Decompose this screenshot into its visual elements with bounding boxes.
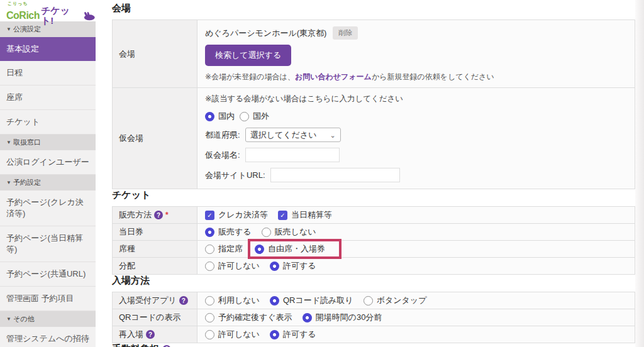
- radio-qr-scan[interactable]: QRコード読み取り: [270, 295, 353, 306]
- radio-sell[interactable]: 販売する: [205, 226, 252, 238]
- radio-label: 許可する: [283, 260, 316, 272]
- main-content: 会場 会場 めぐろパーシモンホール(東京都) 削除 検索して選択する ※会場が未…: [101, 0, 635, 347]
- field-label: 仮会場: [119, 133, 143, 144]
- radio-reentry-not-allow[interactable]: 許可しない: [205, 329, 260, 340]
- radio-no-app[interactable]: 利用しない: [205, 295, 260, 306]
- reentry-label: 再入場 ?: [113, 326, 197, 343]
- checkbox-label: クレカ決済等: [218, 209, 268, 221]
- qr-display-value: 予約確定後すぐ表示 開場時間の30分前: [197, 309, 635, 326]
- temp-venue-name-label: 仮会場名:: [205, 150, 240, 161]
- app-logo[interactable]: こりっち CoRich チケット!: [0, 0, 96, 21]
- radio-on-icon: [205, 112, 214, 121]
- field-label: 分配: [119, 260, 135, 272]
- sidebar-item-invite-admin[interactable]: 管理システムへの招待: [0, 327, 96, 347]
- checkbox-card-payment[interactable]: ✓ クレカ決済等: [205, 209, 268, 221]
- radio-off-icon: [205, 330, 214, 339]
- sidebar-group-label: その他: [13, 314, 35, 324]
- radio-reserved-seat[interactable]: 指定席: [205, 243, 243, 255]
- logo-suffix-text: チケット!: [41, 6, 80, 26]
- radio-on-icon: [270, 330, 279, 339]
- sidebar-item-reserve-page-card[interactable]: 予約ページ(クレカ決済等): [0, 190, 96, 226]
- entry-app-value: 利用しない QRコード読み取り ボタンタップ: [197, 292, 635, 309]
- radio-on-icon: [303, 313, 312, 322]
- sidebar-item-reserve-page-common-url[interactable]: 予約ページ(共通URL): [0, 262, 96, 287]
- qr-display-label: QRコードの表示: [113, 309, 197, 326]
- field-label: 会場: [119, 48, 135, 60]
- sidebar-item-seats[interactable]: 座席: [0, 85, 96, 110]
- radio-label: 指定席: [218, 243, 243, 255]
- entry-app-label: 入場受付アプリ ?: [113, 292, 197, 309]
- note-text: から新規登録の依頼をしてください: [372, 72, 494, 81]
- sidebar-item-schedule[interactable]: 日程: [0, 61, 96, 85]
- sidebar-item-admin-reservation-fields[interactable]: 管理画面 予約項目: [0, 287, 96, 311]
- sidebar-group-reservation-settings: ▼ 予約設定: [0, 175, 96, 190]
- radio-label: 自由席・入場券: [268, 243, 325, 255]
- page-edge-strip: [635, 0, 644, 347]
- sidebar-item-basic-settings[interactable]: 基本設定: [0, 37, 96, 61]
- venue-site-url-input[interactable]: [270, 168, 400, 182]
- checkbox-checked-icon: ✓: [205, 211, 214, 220]
- ticket-table: 販売方法 ? * ✓ クレカ決済等 ✓ 当日精算等 当日券: [112, 206, 635, 275]
- field-label: 再入場: [119, 329, 143, 340]
- select-value: 選択してください: [250, 129, 317, 141]
- radio-label: 許可する: [283, 329, 316, 340]
- radio-label: 許可しない: [218, 260, 260, 272]
- help-icon[interactable]: ?: [146, 330, 155, 339]
- prefecture-select[interactable]: 選択してください ⌄: [245, 128, 341, 142]
- radio-off-icon: [205, 262, 214, 271]
- radio-show-after-confirm[interactable]: 予約確定後すぐ表示: [205, 312, 292, 323]
- section-title-venue: 会場: [112, 3, 635, 14]
- radio-overseas[interactable]: 国外: [240, 111, 269, 122]
- radio-off-icon: [205, 245, 214, 254]
- prefecture-label: 都道府県:: [205, 129, 240, 141]
- radio-button-tap[interactable]: ボタンタップ: [364, 295, 427, 306]
- radio-free-seat-admission[interactable]: 自由席・入場券: [255, 243, 325, 255]
- seat-type-label: 席種: [113, 241, 197, 257]
- venue-table: 会場 めぐろパーシモンホール(東京都) 削除 検索して選択する ※会場が未登録の…: [112, 19, 635, 189]
- radio-30min-before-open[interactable]: 開場時間の30分前: [303, 312, 382, 323]
- field-label: 入場受付アプリ: [119, 295, 177, 306]
- radio-label: 国内: [218, 111, 235, 122]
- distribution-label: 分配: [113, 258, 197, 274]
- temp-venue-name-input[interactable]: [245, 148, 340, 162]
- help-icon[interactable]: ?: [179, 296, 188, 305]
- radio-label: 販売しない: [275, 226, 316, 238]
- seat-type-row: 席種 指定席 自由席・入場券: [113, 241, 635, 258]
- checkbox-label: 当日精算等: [291, 209, 332, 221]
- field-label: 販売方法: [119, 209, 152, 221]
- triangle-down-icon: ▼: [6, 180, 11, 185]
- radio-allow[interactable]: 許可する: [270, 260, 316, 272]
- triangle-down-icon: ▼: [6, 140, 11, 145]
- sidebar-group-sales-window: ▼ 取扱窓口: [0, 135, 96, 150]
- field-label: QRコードの表示: [119, 312, 180, 323]
- help-icon[interactable]: ?: [162, 345, 171, 347]
- venue-note: ※会場が未登録の場合は、お問い合わせフォームから新規登録の依頼をしてください: [205, 72, 627, 82]
- sidebar-group-label: 取扱窓口: [13, 138, 41, 147]
- section-title-text: 手数料負担: [112, 343, 159, 347]
- contact-form-link[interactable]: お問い合わせフォーム: [295, 72, 372, 81]
- delete-venue-button[interactable]: 削除: [333, 26, 358, 40]
- radio-label: QRコード読み取り: [283, 295, 353, 306]
- radio-domestic[interactable]: 国内: [205, 111, 235, 122]
- sidebar-group-others: ▼ その他: [0, 311, 96, 327]
- sidebar-item-tickets[interactable]: チケット: [0, 110, 96, 135]
- radio-label: 利用しない: [218, 295, 260, 306]
- help-icon[interactable]: ?: [154, 211, 163, 219]
- sales-method-label: 販売方法 ? *: [113, 207, 197, 223]
- note-text: ※会場が未登録の場合は、: [205, 72, 295, 81]
- radio-on-icon: [270, 296, 279, 306]
- search-venue-button[interactable]: 検索して選択する: [205, 45, 291, 66]
- entry-table: 入場受付アプリ ? 利用しない QRコード読み取り ボタンタップ: [112, 292, 635, 343]
- sales-method-row: 販売方法 ? * ✓ クレカ決済等 ✓ 当日精算等: [113, 207, 635, 224]
- radio-label: 開場時間の30分前: [316, 312, 382, 323]
- section-title-entry: 入場方法: [112, 275, 635, 287]
- checkbox-sameday-settlement[interactable]: ✓ 当日精算等: [278, 209, 332, 221]
- sidebar-item-reserve-page-sameday[interactable]: 予約ページ(当日精算等): [0, 226, 96, 262]
- sales-method-value: ✓ クレカ決済等 ✓ 当日精算等: [197, 207, 635, 223]
- entry-app-row: 入場受付アプリ ? 利用しない QRコード読み取り ボタンタップ: [113, 292, 635, 309]
- radio-reentry-allow[interactable]: 許可する: [270, 329, 316, 340]
- sidebar-item-login-users[interactable]: 公演ログインユーザー: [0, 150, 96, 175]
- distribution-value: 許可しない 許可する: [197, 258, 635, 274]
- radio-not-sell[interactable]: 販売しない: [262, 226, 316, 238]
- radio-not-allow[interactable]: 許可しない: [205, 260, 260, 272]
